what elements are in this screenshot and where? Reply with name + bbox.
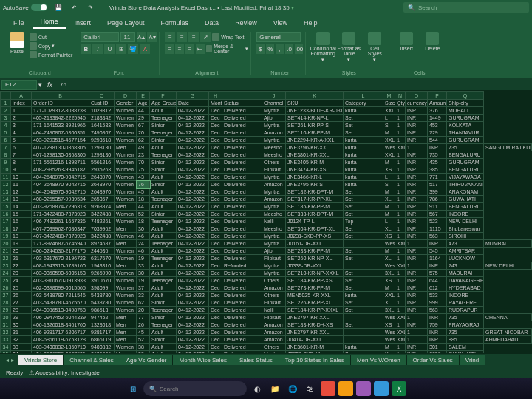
row-header[interactable]: 10 [1,166,11,174]
cell[interactable]: 70 [137,159,150,166]
cell[interactable]: M [383,188,395,196]
cell[interactable]: RUDRAPUR [447,307,484,314]
cell[interactable]: 04-12-2022 [177,107,209,115]
cell[interactable]: MADURAI [447,270,484,277]
cell[interactable]: XXL [383,292,395,299]
tab-insert[interactable]: Insert [67,17,99,29]
font-color-button[interactable]: A [140,44,150,54]
cell[interactable]: 9293518 [89,137,115,144]
cell[interactable]: Sinior [150,336,177,344]
cell[interactable]: 3XL [383,270,395,277]
cell[interactable]: 7490807 [89,129,115,137]
tab-formulas[interactable]: Formulas [154,17,197,29]
cell[interactable]: 17 [11,225,32,233]
cell[interactable]: INR [406,115,428,122]
cell[interactable]: 407-3422488-7373923 [32,233,89,240]
cell[interactable]: Adult [150,233,177,240]
cell[interactable]: 5561216 [89,159,115,166]
cell[interactable]: INR [406,129,428,137]
cell[interactable]: 9268874 [89,203,115,211]
cell[interactable]: Delivered [222,292,262,299]
start-icon[interactable]: ⊞ [126,381,140,396]
cell[interactable]: CHENNAI [484,314,532,321]
cell[interactable]: 567 [428,211,447,218]
cell[interactable]: 24 [11,277,32,284]
cell[interactable]: 04-12-2022 [177,321,209,329]
cell[interactable]: Adult [150,270,177,277]
cell[interactable]: kurta [344,181,383,188]
wrap-text-button[interactable]: Wrap Text [212,33,244,41]
cell[interactable]: 45 [137,329,150,336]
cell[interactable]: SET185-KR-PP-M [286,203,344,211]
cell[interactable]: Dec [209,159,222,166]
cell[interactable]: INR [406,233,428,240]
sheet-prev-icon[interactable]: ◂ [6,357,9,364]
cell[interactable]: Dec [209,203,222,211]
cell[interactable]: 04-12-2022 [177,307,209,314]
cell[interactable]: 1 [395,107,406,115]
cell[interactable]: 49 [137,144,150,151]
cell[interactable]: JNE2294-KR-A-XXL [286,137,344,144]
cell[interactable]: Dec [209,270,222,277]
cell[interactable]: 2935263 [89,166,115,174]
tab-view[interactable]: View [266,17,295,29]
cell[interactable]: 04-12-2022 [177,203,209,211]
cell[interactable]: 3422488 [89,233,115,240]
cell[interactable]: 04-12-2022 [177,137,209,144]
row-header[interactable]: 35 [1,351,11,354]
cell[interactable]: 999 [428,299,447,307]
cell[interactable]: M [383,248,395,255]
cell[interactable]: SET182-KR-DPT-M [286,188,344,196]
cell[interactable]: VIJAYAWADA [447,174,484,181]
cell[interactable]: Dec [209,211,222,218]
cell[interactable]: 04-12-2022 [177,284,209,292]
border-button[interactable]: ⊞ [116,44,126,54]
cell[interactable]: 9281717 [89,329,115,336]
cell[interactable]: Size [383,100,395,107]
cell[interactable]: 403-0350590-5005153 [32,270,89,277]
cell[interactable]: 6 [11,144,32,151]
cell[interactable]: INR [428,262,447,270]
cell[interactable]: INR [406,218,428,225]
cell[interactable]: Men [115,203,137,211]
fx-icon[interactable]: fx [43,81,57,89]
cell[interactable]: L [383,218,395,225]
cell[interactable]: M [383,159,395,166]
cell[interactable]: 3XL [383,307,395,314]
cell[interactable]: XL [383,255,395,262]
cell[interactable]: Women [115,292,137,299]
cell[interactable]: 404-2648970-9042715 [32,181,89,188]
cell[interactable]: Women [115,129,137,137]
cell[interactable]: 52 [137,336,150,344]
cell[interactable]: Myntra [262,233,286,240]
cell[interactable]: 1 [395,225,406,233]
cell[interactable]: 403-5438780-4675570 [32,299,89,307]
cell[interactable]: Gender [115,100,137,107]
cell[interactable]: INR [406,203,428,211]
cell[interactable]: Women [115,166,137,174]
cell[interactable]: Myntra [262,262,286,270]
cell[interactable]: Delivered [222,321,262,329]
cell[interactable]: Amazon [262,321,286,329]
cell[interactable]: 16 [11,218,32,225]
cell[interactable]: Delivered [222,211,262,218]
cell[interactable]: Dec [209,137,222,144]
cell[interactable]: Myntra [262,137,286,144]
align-right-icon[interactable]: ≡ [185,44,194,54]
cell[interactable]: MUMBAI [484,240,532,248]
row-header[interactable]: 26 [1,284,11,292]
cell[interactable]: Delivered [222,174,262,181]
align-bot-icon[interactable]: ≡ [188,32,199,42]
paste-button[interactable]: Paste [7,32,27,70]
cell[interactable]: 406-1326018-3461760 [32,321,89,329]
cell[interactable]: 244536 [89,248,115,255]
cell[interactable]: Dec [209,166,222,174]
cell[interactable]: THIRUVANANTHAPURAM [447,181,484,188]
cell-styles-button[interactable]: Cell Styles ▾ [363,32,386,70]
row-header[interactable]: 32 [1,329,11,336]
cell[interactable]: Delivered [222,351,262,354]
cell[interactable]: Qty [395,100,406,107]
cell[interactable]: 1 [406,144,428,151]
tb-edge-icon[interactable]: 🌐 [285,381,300,396]
cell[interactable]: Dec [209,329,222,336]
